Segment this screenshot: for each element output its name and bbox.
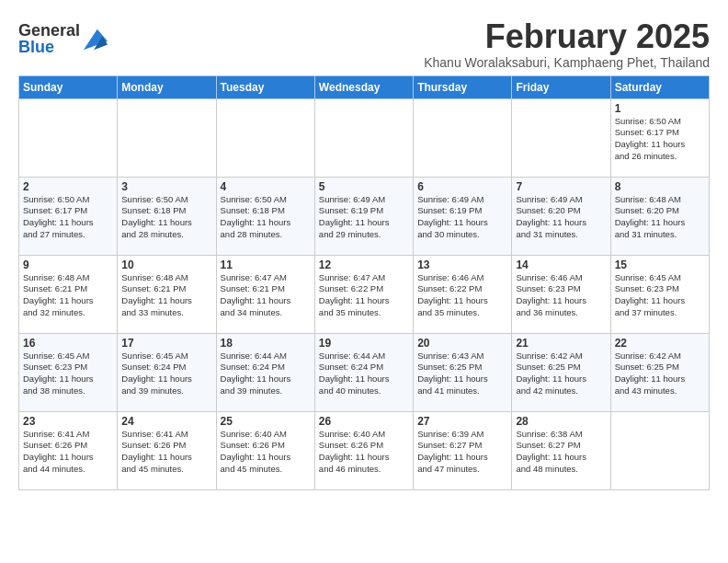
- day-info-line: and 37 minutes.: [615, 307, 705, 319]
- day-info-line: Sunrise: 6:44 AM: [221, 350, 311, 362]
- calendar-day-cell: [216, 98, 314, 177]
- weekday-header-cell: Tuesday: [216, 75, 314, 98]
- day-number: 27: [417, 415, 507, 428]
- day-info-line: Sunset: 6:26 PM: [121, 440, 211, 452]
- day-info-line: Sunset: 6:22 PM: [417, 283, 507, 295]
- day-info-line: and 30 minutes.: [417, 229, 507, 241]
- day-info-line: Sunset: 6:17 PM: [615, 127, 705, 139]
- day-info-line: Sunrise: 6:42 AM: [516, 350, 606, 362]
- month-title: February 2025: [424, 18, 710, 55]
- day-info-line: Sunset: 6:27 PM: [417, 440, 507, 452]
- day-info-line: Daylight: 11 hours: [23, 452, 113, 464]
- day-info-line: and 45 minutes.: [221, 464, 311, 476]
- day-info-line: Sunset: 6:24 PM: [221, 362, 311, 373]
- day-info-line: Daylight: 11 hours: [516, 217, 606, 229]
- calendar-week-row: 2Sunrise: 6:50 AMSunset: 6:17 PMDaylight…: [19, 177, 710, 255]
- day-info-line: and 39 minutes.: [221, 385, 311, 397]
- day-info-line: Sunrise: 6:45 AM: [23, 350, 113, 362]
- weekday-header-cell: Thursday: [414, 75, 512, 98]
- calendar-day-cell: 6Sunrise: 6:49 AMSunset: 6:19 PMDaylight…: [414, 177, 512, 255]
- day-info-line: Sunrise: 6:39 AM: [417, 429, 507, 441]
- day-info-line: Daylight: 11 hours: [615, 373, 705, 385]
- day-info-line: Sunset: 6:21 PM: [221, 283, 311, 295]
- calendar-day-cell: 22Sunrise: 6:42 AMSunset: 6:25 PMDayligh…: [610, 333, 709, 411]
- day-number: 22: [615, 337, 705, 350]
- weekday-header-row: SundayMondayTuesdayWednesdayThursdayFrid…: [19, 75, 710, 98]
- day-info-line: Daylight: 11 hours: [417, 295, 507, 307]
- logo-general-text: General: [18, 22, 80, 39]
- day-info-line: Sunset: 6:23 PM: [615, 283, 705, 295]
- day-number: 3: [121, 180, 211, 193]
- day-number: 28: [516, 415, 606, 428]
- day-info-line: Daylight: 11 hours: [23, 217, 113, 229]
- day-number: 14: [516, 259, 606, 271]
- day-number: 10: [121, 259, 211, 271]
- day-info-line: Sunset: 6:19 PM: [417, 205, 507, 217]
- weekday-header-cell: Saturday: [610, 75, 709, 98]
- day-info-line: and 31 minutes.: [516, 229, 606, 241]
- day-number: 23: [23, 415, 113, 428]
- day-info-line: Sunrise: 6:48 AM: [615, 194, 705, 206]
- day-info-line: Sunrise: 6:48 AM: [121, 272, 211, 284]
- calendar-week-row: 9Sunrise: 6:48 AMSunset: 6:21 PMDaylight…: [19, 255, 710, 333]
- calendar-day-cell: 21Sunrise: 6:42 AMSunset: 6:25 PMDayligh…: [512, 333, 610, 411]
- day-info-line: Sunrise: 6:38 AM: [516, 429, 606, 441]
- day-info-line: Sunrise: 6:45 AM: [615, 272, 705, 284]
- day-info-line: Daylight: 11 hours: [121, 373, 211, 385]
- day-info-line: Sunset: 6:20 PM: [615, 205, 705, 217]
- day-info-line: Daylight: 11 hours: [417, 452, 507, 464]
- day-info-line: and 27 minutes.: [23, 229, 113, 241]
- day-info-line: and 32 minutes.: [23, 307, 113, 319]
- day-info-line: Sunset: 6:25 PM: [516, 362, 606, 373]
- day-info-line: Sunrise: 6:50 AM: [23, 194, 113, 206]
- day-number: 8: [615, 180, 705, 193]
- day-info-line: Sunset: 6:25 PM: [615, 362, 705, 373]
- calendar-day-cell: 18Sunrise: 6:44 AMSunset: 6:24 PMDayligh…: [216, 333, 314, 411]
- day-info-line: Daylight: 11 hours: [121, 295, 211, 307]
- logo: General Blue: [18, 22, 108, 55]
- day-number: 7: [516, 180, 606, 193]
- day-info-line: Sunset: 6:24 PM: [319, 362, 409, 373]
- day-number: 5: [319, 180, 409, 193]
- calendar-week-row: 23Sunrise: 6:41 AMSunset: 6:26 PMDayligh…: [19, 411, 710, 489]
- day-info-line: Sunset: 6:27 PM: [516, 440, 606, 452]
- day-info-line: Daylight: 11 hours: [615, 139, 705, 151]
- calendar-day-cell: 12Sunrise: 6:47 AMSunset: 6:22 PMDayligh…: [314, 255, 413, 333]
- day-info-line: Daylight: 11 hours: [319, 452, 409, 464]
- day-info-line: Sunset: 6:18 PM: [221, 205, 311, 217]
- day-info-line: Daylight: 11 hours: [417, 217, 507, 229]
- day-info-line: Sunrise: 6:43 AM: [417, 350, 507, 362]
- day-info-line: Sunrise: 6:47 AM: [221, 272, 311, 284]
- day-info-line: Daylight: 11 hours: [23, 373, 113, 385]
- day-info-line: Sunset: 6:17 PM: [23, 205, 113, 217]
- calendar-day-cell: [512, 98, 610, 177]
- day-info-line: Sunset: 6:26 PM: [221, 440, 311, 452]
- day-number: 4: [221, 180, 311, 193]
- calendar-day-cell: 24Sunrise: 6:41 AMSunset: 6:26 PMDayligh…: [118, 411, 216, 489]
- page-header: General Blue February 2025 Khanu Woralak…: [18, 18, 710, 70]
- day-info-line: Sunrise: 6:50 AM: [615, 116, 705, 128]
- calendar-day-cell: 3Sunrise: 6:50 AMSunset: 6:18 PMDaylight…: [118, 177, 216, 255]
- weekday-header-cell: Sunday: [19, 75, 118, 98]
- day-info-line: Daylight: 11 hours: [615, 217, 705, 229]
- calendar-day-cell: [314, 98, 413, 177]
- day-info-line: and 40 minutes.: [319, 385, 409, 397]
- day-info-line: and 34 minutes.: [221, 307, 311, 319]
- day-info-line: Sunrise: 6:42 AM: [615, 350, 705, 362]
- day-info-line: and 33 minutes.: [121, 307, 211, 319]
- day-info-line: Daylight: 11 hours: [615, 295, 705, 307]
- calendar-body: 1Sunrise: 6:50 AMSunset: 6:17 PMDaylight…: [19, 98, 710, 489]
- day-info-line: and 44 minutes.: [23, 464, 113, 476]
- day-number: 19: [319, 337, 409, 350]
- calendar-day-cell: 16Sunrise: 6:45 AMSunset: 6:23 PMDayligh…: [19, 333, 118, 411]
- day-info-line: Daylight: 11 hours: [516, 373, 606, 385]
- day-number: 15: [615, 259, 705, 271]
- day-number: 6: [417, 180, 507, 193]
- day-info-line: Sunset: 6:23 PM: [516, 283, 606, 295]
- day-info-line: Daylight: 11 hours: [417, 373, 507, 385]
- day-info-line: Sunset: 6:18 PM: [121, 205, 211, 217]
- calendar-day-cell: 27Sunrise: 6:39 AMSunset: 6:27 PMDayligh…: [414, 411, 512, 489]
- day-info-line: Daylight: 11 hours: [121, 452, 211, 464]
- calendar-day-cell: 9Sunrise: 6:48 AMSunset: 6:21 PMDaylight…: [19, 255, 118, 333]
- calendar-day-cell: 28Sunrise: 6:38 AMSunset: 6:27 PMDayligh…: [512, 411, 610, 489]
